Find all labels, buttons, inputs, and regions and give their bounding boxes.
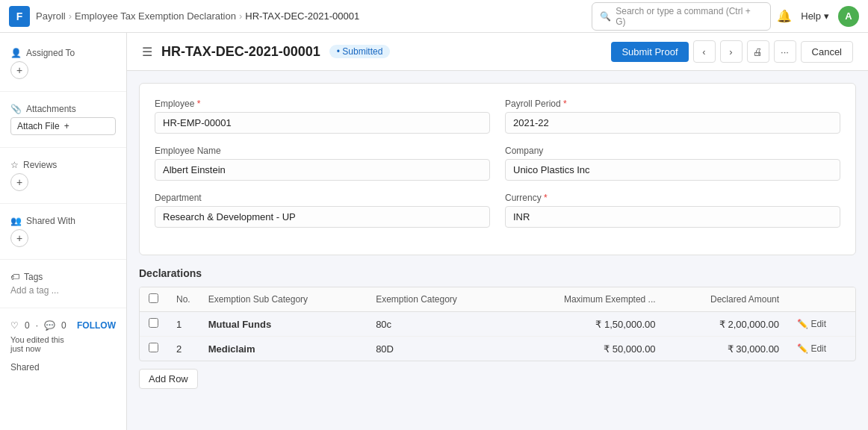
form-row-dept-currency: Department Currency * bbox=[155, 193, 840, 228]
assigned-to-label: Assigned To bbox=[26, 48, 75, 58]
more-options-button[interactable]: ··· bbox=[774, 40, 796, 63]
sidebar: 👤 Assigned To + 📎 Attachments Attach Fil… bbox=[0, 33, 127, 430]
department-input[interactable] bbox=[155, 206, 490, 228]
star-icon: ☆ bbox=[10, 160, 19, 170]
declarations-section: Declarations No. Exemption Sub Category … bbox=[139, 267, 856, 389]
table-row: 2 Mediclaim 80D ₹ 50,000.00 ₹ 30,000.00 … bbox=[140, 337, 855, 361]
people-icon: 👥 bbox=[10, 216, 22, 226]
row-category: 80D bbox=[367, 337, 508, 361]
follow-row: ♡ 0 · 💬 0 FOLLOW bbox=[10, 320, 116, 331]
notification-bell-icon[interactable]: 🔔 bbox=[777, 9, 792, 23]
breadcrumb: Payroll › Employee Tax Exemption Declara… bbox=[36, 10, 586, 22]
payroll-period-required: * bbox=[563, 99, 567, 109]
declarations-table: No. Exemption Sub Category Exemption Cat… bbox=[140, 287, 855, 361]
search-bar[interactable]: 🔍 Search or type a command (Ctrl + G) bbox=[592, 2, 771, 31]
currency-label: Currency bbox=[505, 193, 542, 203]
attach-file-label: Attach File bbox=[17, 121, 60, 131]
reviews-section: ☆ Reviews + bbox=[0, 154, 126, 197]
plus-icon: + bbox=[64, 121, 69, 131]
currency-required: * bbox=[544, 193, 548, 203]
attach-file-button[interactable]: Attach File + bbox=[10, 117, 116, 135]
topbar-right: 🔔 Help ▾ A bbox=[777, 6, 859, 27]
employee-label: Employee bbox=[155, 99, 194, 109]
chevron-down-icon: ▾ bbox=[824, 10, 829, 22]
document-id: HR-TAX-DEC-2021-00001 bbox=[161, 44, 320, 60]
row-checkbox[interactable] bbox=[149, 318, 158, 328]
row-edit-cell: ✏️ Edit bbox=[788, 312, 855, 337]
print-button[interactable]: 🖨 bbox=[747, 40, 769, 63]
tags-section: 🏷 Tags Add a tag ... bbox=[0, 266, 126, 302]
department-label: Department bbox=[155, 193, 490, 203]
row-no: 1 bbox=[167, 312, 199, 337]
attachments-label: Attachments bbox=[26, 104, 76, 114]
edit-link[interactable]: ✏️ Edit bbox=[797, 343, 846, 354]
assigned-to-add-button[interactable]: + bbox=[10, 61, 28, 79]
employee-input[interactable] bbox=[155, 112, 490, 134]
form-card: Employee * Payroll Period * Employee Nam… bbox=[139, 83, 856, 255]
reviews-add-button[interactable]: + bbox=[10, 173, 28, 191]
company-label: Company bbox=[505, 146, 840, 156]
paperclip-icon: 📎 bbox=[10, 104, 22, 114]
col-max-exempted: Maximum Exempted ... bbox=[508, 287, 664, 312]
edit-link[interactable]: ✏️ Edit bbox=[797, 319, 846, 329]
row-sub-category: Mutual Funds bbox=[199, 312, 367, 337]
app-logo[interactable]: F bbox=[9, 6, 30, 27]
header-actions: Submit Proof ‹ › 🖨 ··· Cancel bbox=[611, 40, 853, 63]
payroll-period-input[interactable] bbox=[505, 112, 840, 134]
employee-name-input[interactable] bbox=[155, 159, 490, 181]
row-declared-amount: ₹ 2,00,000.00 bbox=[665, 312, 789, 337]
row-checkbox-cell bbox=[140, 312, 167, 337]
form-row-employee: Employee * Payroll Period * bbox=[155, 99, 840, 134]
next-button[interactable]: › bbox=[720, 40, 743, 63]
currency-field: Currency * bbox=[505, 193, 840, 228]
submit-proof-button[interactable]: Submit Proof bbox=[611, 42, 688, 62]
status-badge: • Submitted bbox=[329, 45, 391, 58]
avatar[interactable]: A bbox=[838, 6, 859, 27]
col-actions bbox=[788, 287, 855, 312]
main-content: ☰ HR-TAX-DEC-2021-00001 • Submitted Subm… bbox=[127, 33, 868, 430]
likes-count: 0 bbox=[25, 320, 30, 331]
currency-input[interactable] bbox=[505, 206, 840, 228]
company-field: Company bbox=[505, 146, 840, 181]
declarations-title: Declarations bbox=[139, 267, 856, 279]
employee-field: Employee * bbox=[155, 99, 490, 134]
shared-with-label: Shared With bbox=[26, 216, 75, 226]
col-category: Exemption Category bbox=[367, 287, 508, 312]
form-row-name-company: Employee Name Company bbox=[155, 146, 840, 181]
comment-icon[interactable]: 💬 bbox=[44, 320, 55, 331]
breadcrumb-module[interactable]: Employee Tax Exemption Declaration bbox=[75, 10, 236, 22]
select-all-checkbox[interactable] bbox=[149, 293, 158, 303]
attachments-section: 📎 Attachments Attach File + bbox=[0, 98, 126, 141]
breadcrumb-doc: HR-TAX-DEC-2021-00001 bbox=[245, 10, 359, 22]
search-icon: 🔍 bbox=[600, 11, 611, 22]
search-placeholder: Search or type a command (Ctrl + G) bbox=[616, 6, 763, 27]
shared-with-section: 👥 Shared With + bbox=[0, 210, 126, 253]
cancel-button[interactable]: Cancel bbox=[801, 41, 853, 63]
row-checkbox[interactable] bbox=[149, 343, 158, 352]
footer-section: ♡ 0 · 💬 0 FOLLOW You edited this just no… bbox=[0, 314, 126, 359]
employee-required: * bbox=[197, 99, 201, 109]
dot-separator: · bbox=[36, 320, 38, 331]
row-checkbox-cell bbox=[140, 337, 167, 361]
table-row: 1 Mutual Funds 80c ₹ 1,50,000.00 ₹ 2,00,… bbox=[140, 312, 855, 337]
follow-button[interactable]: FOLLOW bbox=[77, 320, 116, 331]
help-button[interactable]: Help ▾ bbox=[801, 10, 829, 22]
shared-with-add-button[interactable]: + bbox=[10, 229, 28, 247]
prev-button[interactable]: ‹ bbox=[693, 40, 716, 63]
table-header-row: No. Exemption Sub Category Exemption Cat… bbox=[140, 287, 855, 312]
col-checkbox bbox=[140, 287, 167, 312]
row-sub-category: Mediclaim bbox=[199, 337, 367, 361]
add-row-button[interactable]: Add Row bbox=[139, 369, 198, 389]
add-tag-input[interactable]: Add a tag ... bbox=[10, 285, 116, 296]
company-input[interactable] bbox=[505, 159, 840, 181]
department-field: Department bbox=[155, 193, 490, 228]
col-declared-amount: Declared Amount bbox=[665, 287, 789, 312]
breadcrumb-payroll[interactable]: Payroll bbox=[36, 10, 66, 22]
payroll-period-field: Payroll Period * bbox=[505, 99, 840, 134]
hamburger-icon[interactable]: ☰ bbox=[142, 45, 152, 59]
edited-text: You edited this just now bbox=[10, 335, 116, 353]
col-no: No. bbox=[167, 287, 199, 312]
heart-icon[interactable]: ♡ bbox=[10, 320, 19, 331]
comments-count: 0 bbox=[61, 320, 66, 331]
row-category: 80c bbox=[367, 312, 508, 337]
